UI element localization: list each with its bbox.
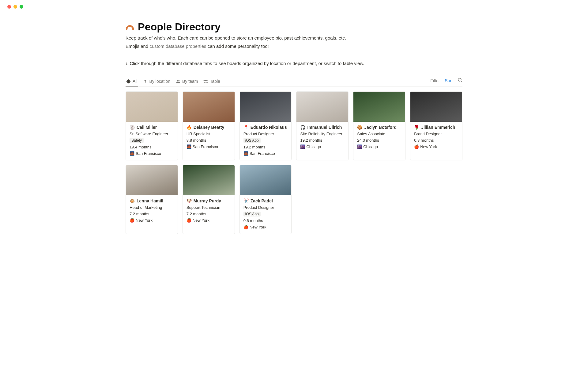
page-title[interactable]: People Directory — [138, 21, 221, 33]
location-label: New York — [420, 144, 437, 149]
hint-text: Click through the different database tab… — [130, 61, 364, 66]
location-emoji-icon: 🍎 — [187, 218, 191, 223]
person-name: Immanuel Ullrich — [307, 125, 342, 130]
svg-rect-1 — [145, 81, 145, 83]
person-tenure: 19.4 months — [130, 145, 174, 149]
down-arrow-icon: ↓ — [126, 61, 128, 66]
person-card[interactable]: 🍪 Jaclyn Botsford Sales Associate 24.3 m… — [353, 91, 405, 160]
person-name: Cali Miller — [137, 125, 157, 130]
location-label: New York — [136, 218, 153, 223]
person-role: Product Designer — [243, 132, 288, 136]
page-hint: ↓ Click through the different database t… — [126, 61, 462, 66]
location-label: Chicago — [363, 144, 378, 149]
window-zoom-icon[interactable] — [20, 5, 23, 9]
person-role: Site Reliability Engineer — [300, 132, 345, 136]
person-tenure: 19.2 months — [300, 138, 345, 143]
location-emoji-icon: 🍎 — [130, 218, 134, 223]
person-tenure: 8.8 months — [187, 138, 231, 143]
location-label: New York — [250, 225, 266, 229]
person-tenure: 0.6 months — [243, 218, 288, 223]
person-emoji-icon: 🎧 — [300, 125, 305, 130]
person-photo — [183, 165, 235, 195]
person-emoji-icon: 🏐 — [130, 125, 135, 130]
person-photo — [183, 92, 235, 122]
tab-table[interactable]: Table — [203, 77, 221, 86]
person-tag: Safety — [130, 138, 144, 143]
page-container: People Directory Keep track of who's who… — [110, 9, 478, 252]
person-role: Sr. Software Engineer — [130, 132, 174, 136]
person-location: 🍎 New York — [130, 218, 174, 223]
page-description-line1: Keep track of who's who. Each card can b… — [126, 35, 462, 42]
person-card[interactable]: 🏐 Cali Miller Sr. Software Engineer Safe… — [126, 91, 178, 160]
tabs-right-controls: Filter Sort — [430, 78, 462, 86]
window-close-icon[interactable] — [7, 5, 11, 9]
window-minimize-icon[interactable] — [13, 5, 17, 9]
person-location: 🌉 San Francisco — [187, 144, 231, 149]
location-emoji-icon: 🌉 — [187, 144, 191, 149]
person-photo — [353, 92, 405, 122]
tab-label: Table — [210, 79, 220, 84]
person-tenure: 7.2 months — [187, 212, 231, 216]
person-tag: iOS App — [243, 212, 261, 217]
svg-line-5 — [461, 81, 462, 82]
tab-by-team[interactable]: By team — [175, 77, 198, 86]
tab-label: By team — [182, 79, 198, 84]
person-name: Murray Purdy — [194, 198, 221, 203]
tab-by-location[interactable]: By location — [142, 77, 171, 86]
person-emoji-icon: 🌹 — [414, 125, 419, 130]
person-name: Jaclyn Botsford — [364, 125, 397, 130]
person-photo — [126, 165, 178, 195]
person-photo — [240, 92, 292, 122]
person-tag: iOS App — [243, 138, 261, 143]
person-emoji-icon: 🔥 — [187, 125, 192, 130]
person-photo — [410, 92, 462, 122]
person-emoji-icon: 🐵 — [130, 198, 135, 203]
person-card[interactable]: 🐶 Murray Purdy Support Technician 7.2 mo… — [183, 165, 235, 234]
people-cards-grid: 🏐 Cali Miller Sr. Software Engineer Safe… — [126, 91, 462, 234]
person-name: Lenna Hamill — [137, 198, 163, 203]
person-card[interactable]: 🔥 Delaney Beatty HR Specialist 8.8 month… — [183, 91, 235, 160]
tab-label: All — [133, 79, 138, 84]
desc-text-prefix: Emojis and — [126, 44, 149, 49]
people-icon — [176, 79, 180, 84]
location-emoji-icon: 🍎 — [243, 225, 248, 229]
filter-button[interactable]: Filter — [430, 78, 440, 83]
tab-label: By location — [149, 79, 170, 84]
location-emoji-icon: 🌆 — [300, 144, 305, 149]
tabs-left: All By location By team Table — [126, 77, 221, 86]
person-emoji-icon: 🍪 — [357, 125, 362, 130]
location-emoji-icon: 🌆 — [357, 144, 362, 149]
person-card[interactable]: 📍 Eduardo Nikolaus Product Designer iOS … — [239, 91, 292, 160]
location-emoji-icon: 🍎 — [414, 144, 419, 149]
person-tenure: 19.2 months — [243, 145, 288, 149]
window-controls — [0, 0, 588, 9]
person-role: HR Specialist — [187, 132, 231, 136]
location-label: San Francisco — [136, 151, 161, 156]
person-emoji-icon: 🐶 — [187, 198, 192, 203]
person-role: Product Designer — [243, 205, 288, 210]
person-card[interactable]: ✂️ Zack Padel Product Designer iOS App 0… — [239, 165, 292, 234]
search-icon[interactable] — [458, 78, 462, 84]
person-name: Jillian Emmerich — [421, 125, 455, 130]
person-location: 🌆 Chicago — [300, 144, 345, 149]
person-card[interactable]: 🎧 Immanuel Ullrich Site Reliability Engi… — [296, 91, 349, 160]
custom-properties-link[interactable]: custom database properties — [149, 44, 206, 49]
person-role: Brand Designer — [414, 132, 458, 136]
person-location: 🌉 San Francisco — [243, 151, 288, 156]
person-location: 🌉 San Francisco — [130, 151, 174, 156]
person-name: Zack Padel — [251, 198, 273, 203]
person-card[interactable]: 🌹 Jillian Emmerich Brand Designer 0.8 mo… — [410, 91, 462, 160]
desc-text-suffix: can add some personality too! — [206, 44, 269, 49]
svg-point-3 — [178, 80, 179, 81]
person-tenure: 24.3 months — [357, 138, 401, 143]
sort-button[interactable]: Sort — [445, 78, 453, 83]
person-emoji-icon: ✂️ — [243, 198, 249, 203]
database-tabs-row: All By location By team Table — [126, 77, 462, 86]
tab-all[interactable]: All — [126, 77, 138, 86]
person-role: Sales Associate — [357, 132, 401, 136]
person-card[interactable]: 🐵 Lenna Hamill Head of Marketing 7.2 mon… — [126, 165, 178, 234]
person-photo — [296, 92, 348, 122]
page-emoji-arch-icon[interactable] — [126, 23, 134, 31]
page-header: People Directory — [126, 21, 462, 33]
location-emoji-icon: 🌉 — [130, 151, 134, 156]
